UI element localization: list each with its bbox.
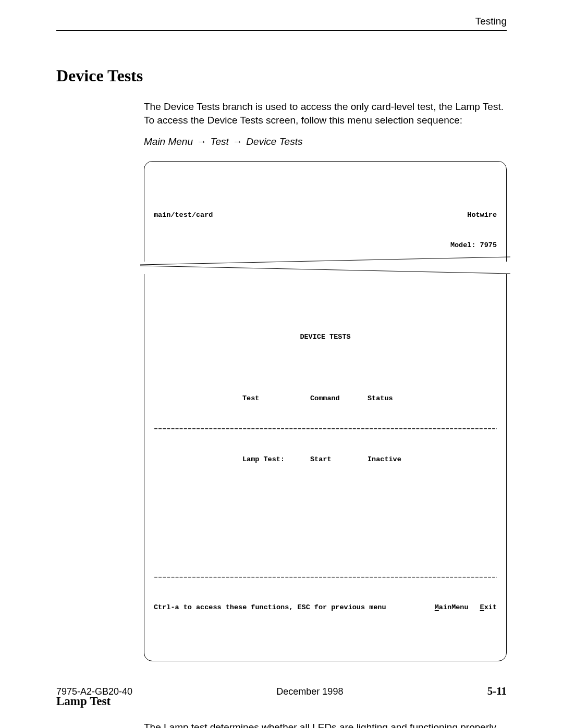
heading-device-tests: Device Tests bbox=[56, 66, 507, 85]
arrow-icon: → bbox=[195, 136, 207, 147]
page-footer: 7975-A2-GB20-40 December 1998 5-11 bbox=[56, 685, 507, 698]
terminal-title: DEVICE TESTS bbox=[154, 332, 497, 342]
arrow-icon: → bbox=[231, 136, 243, 147]
terminal-model: Model: 7975 bbox=[450, 240, 497, 251]
terminal-bottom: ––––––––––––––––––––––––––––––––––––––––… bbox=[154, 552, 497, 634]
crumb-device: Device Tests bbox=[246, 136, 302, 147]
crumb-test: Test bbox=[211, 136, 229, 147]
terminal-top: main/test/card Hotwire Model: 7975 DEVIC… bbox=[154, 189, 497, 485]
header-rule-wrap bbox=[56, 30, 507, 31]
terminal-table-row: Lamp Test:StartInactive bbox=[154, 454, 497, 465]
header-section-label: Testing bbox=[56, 16, 507, 27]
footer-page-number: 5-11 bbox=[487, 685, 507, 698]
lamp-description: The Lamp test determines whether all LED… bbox=[144, 721, 507, 728]
menu-breadcrumb: Main Menu → Test → Device Tests bbox=[144, 136, 507, 147]
terminal-brand: Hotwire bbox=[467, 210, 497, 220]
terminal-page-break bbox=[143, 262, 507, 274]
terminal-mainmenu: MainMenu bbox=[435, 602, 469, 613]
page: Testing Device Tests The Device Tests br… bbox=[0, 0, 563, 728]
terminal-exit: Exit bbox=[480, 602, 497, 613]
lamp-block: The Lamp test determines whether all LED… bbox=[144, 721, 507, 728]
header-rule bbox=[56, 30, 507, 31]
terminal-dash-bottom: ––––––––––––––––––––––––––––––––––––––––… bbox=[154, 572, 497, 583]
terminal-hint: Ctrl-a to access these functions, ESC fo… bbox=[154, 602, 386, 613]
terminal-dash-top: ––––––––––––––––––––––––––––––––––––––––… bbox=[154, 424, 497, 434]
footer-doc-id: 7975-A2-GB20-40 bbox=[56, 686, 132, 697]
terminal-footer: Ctrl-a to access these functions, ESC fo… bbox=[154, 602, 497, 613]
intro-block: The Device Tests branch is used to acces… bbox=[144, 100, 507, 147]
crumb-main: Main Menu bbox=[144, 136, 193, 147]
terminal-path: main/test/card bbox=[154, 210, 213, 220]
terminal-box: main/test/card Hotwire Model: 7975 DEVIC… bbox=[144, 161, 507, 661]
terminal-screenshot: main/test/card Hotwire Model: 7975 DEVIC… bbox=[144, 161, 507, 661]
footer-date: December 1998 bbox=[276, 686, 343, 697]
intro-paragraph: The Device Tests branch is used to acces… bbox=[144, 100, 507, 127]
terminal-table-header: TestCommandStatus bbox=[154, 393, 497, 404]
